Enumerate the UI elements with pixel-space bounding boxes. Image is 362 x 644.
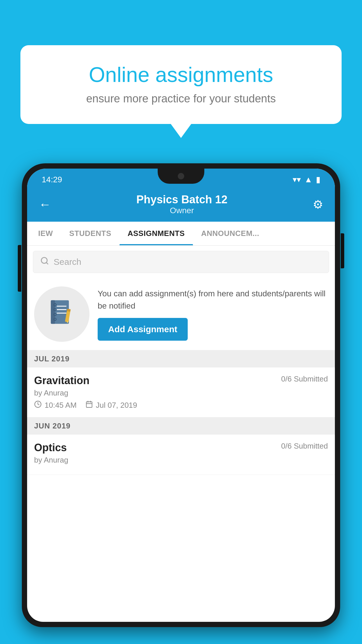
phone-wrapper: 14:29 ▾▾ ▲ ▮ ← Physics Batch 12 Owner ⚙ … [22,163,340,644]
wifi-icon: ▾▾ [293,175,301,184]
header-title-group: Physics Batch 12 Owner [51,193,313,215]
assignment-item-gravitation[interactable]: Gravitation 0/6 Submitted by Anurag [27,368,335,417]
tab-assignments[interactable]: ASSIGNMENTS [120,222,193,245]
screen-content: Search [27,246,335,622]
search-icon [40,256,49,267]
speech-bubble-container: Online assignments ensure more practice … [20,45,342,124]
svg-line-1 [46,262,48,264]
phone-outer: 14:29 ▾▾ ▲ ▮ ← Physics Batch 12 Owner ⚙ … [22,163,340,627]
calendar-icon [85,400,93,410]
app-header: ← Physics Batch 12 Owner ⚙ [27,188,335,222]
assignment-status-gravitation: 0/6 Submitted [281,374,328,384]
tab-students[interactable]: STUDENTS [61,222,120,245]
assignment-author-optics: by Anurag [34,456,328,465]
assignment-row-top: Gravitation 0/6 Submitted [34,374,328,387]
assignment-item-optics[interactable]: Optics 0/6 Submitted by Anurag [27,435,335,475]
cta-description: You can add assignment(s) from here and … [98,288,328,312]
status-icons: ▾▾ ▲ ▮ [293,175,320,184]
assignment-meta-gravitation: 10:45 AM Jul 07, 201 [34,400,328,410]
cta-content: You can add assignment(s) from here and … [98,288,328,341]
add-assignment-button[interactable]: Add Assignment [98,318,188,341]
assignment-author-gravitation: by Anurag [34,388,328,398]
battery-icon: ▮ [316,175,320,184]
search-box[interactable]: Search [33,251,329,273]
cta-section: You can add assignment(s) from here and … [27,278,335,350]
clock-icon [34,400,42,410]
phone-screen: 14:29 ▾▾ ▲ ▮ ← Physics Batch 12 Owner ⚙ … [27,169,335,622]
section-header-jun: JUN 2019 [27,417,335,435]
cta-icon-circle [34,286,89,342]
svg-rect-15 [86,402,92,407]
section-header-jul: JUL 2019 [27,350,335,368]
notch-camera [178,173,184,179]
speech-bubble: Online assignments ensure more practice … [20,45,342,124]
tab-announcements[interactable]: ANNOUNCEM... [193,222,268,245]
status-time: 14:29 [42,175,62,184]
tab-iew[interactable]: IEW [30,222,61,245]
signal-icon: ▲ [304,175,312,184]
meta-date-gravitation: Jul 07, 2019 [85,400,137,410]
date-value-gravitation: Jul 07, 2019 [96,401,137,410]
assignment-status-optics: 0/6 Submitted [281,442,328,451]
time-value-gravitation: 10:45 AM [45,401,77,410]
settings-icon[interactable]: ⚙ [313,198,323,211]
tabs-bar: IEW STUDENTS ASSIGNMENTS ANNOUNCEM... [27,222,335,246]
notebook-icon [48,298,76,330]
search-container: Search [27,246,335,278]
bubble-subtitle: ensure more practice for your students [41,92,321,105]
back-button[interactable]: ← [39,197,51,211]
batch-title: Physics Batch 12 [51,193,313,206]
search-placeholder: Search [54,257,81,267]
bubble-title: Online assignments [41,63,321,87]
batch-subtitle: Owner [51,206,313,215]
assignment-name-gravitation: Gravitation [34,374,89,387]
assignment-row-top-optics: Optics 0/6 Submitted [34,442,328,454]
phone-notch [158,169,204,184]
meta-time-gravitation: 10:45 AM [34,400,77,410]
assignment-name-optics: Optics [34,442,67,454]
